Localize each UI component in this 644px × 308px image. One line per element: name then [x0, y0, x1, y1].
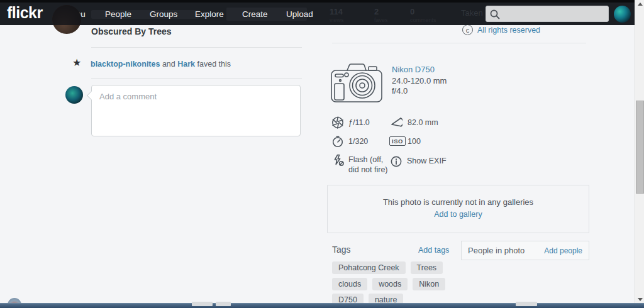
- aperture-icon: [331, 116, 344, 129]
- divider: [91, 47, 302, 48]
- tag-row: clouds woods Nikon: [332, 278, 445, 290]
- tag-row: Pohatcong Creek Trees: [332, 261, 443, 274]
- faver-link-1[interactable]: blacktop-nikonites: [91, 60, 160, 69]
- add-people-link[interactable]: Add people: [544, 246, 582, 255]
- nav-item-explore[interactable]: Explore: [195, 9, 224, 19]
- taskbar-button[interactable]: [192, 302, 213, 306]
- taskbar-button[interactable]: [516, 302, 537, 306]
- galleries-message: This photo is currently not in any galle…: [328, 197, 589, 207]
- shutter-speed-value: 1/320: [348, 137, 368, 146]
- ghost-taken-text: Taken: [461, 8, 483, 18]
- nav-item-groups[interactable]: Groups: [150, 9, 177, 19]
- photo-title: Obscured By Trees: [91, 26, 172, 36]
- divider: [332, 43, 586, 43]
- add-to-gallery-link[interactable]: Add to gallery: [328, 210, 589, 219]
- fave-line: blacktop-nikonites and Hark faved this: [91, 60, 231, 69]
- divider: [91, 78, 302, 79]
- scrollbar-thumb[interactable]: [636, 101, 644, 194]
- scroll-down-icon[interactable]: [638, 298, 643, 301]
- tag-pill[interactable]: Nikon: [413, 278, 445, 290]
- user-avatar[interactable]: [614, 6, 631, 23]
- camera-lens-aperture: f/4.0: [392, 86, 408, 96]
- ghost-views-label: views: [330, 17, 344, 23]
- camera-icon: [330, 60, 384, 104]
- search-input[interactable]: [501, 7, 607, 21]
- taskbar: [0, 303, 644, 308]
- camera-lens: 24.0-120.0 mm: [392, 76, 447, 85]
- shutter-speed-icon: [331, 135, 344, 148]
- fave-star-icon: ★: [72, 57, 81, 69]
- iso-value: 100: [408, 137, 421, 146]
- tag-pill[interactable]: woods: [372, 278, 408, 290]
- aperture-value: ƒ/11.0: [348, 118, 370, 127]
- tag-pill[interactable]: clouds: [332, 278, 367, 290]
- top-nav: flickr 114 views 2 faves 0 comments Take…: [0, 0, 644, 25]
- flash-status: Flash (off,did not fire): [348, 155, 388, 175]
- comment-box[interactable]: [91, 85, 301, 136]
- license-row[interactable]: c All rights reserved: [462, 25, 540, 35]
- focal-length-value: 82.0 mm: [408, 118, 438, 127]
- faver-link-2[interactable]: Hark: [177, 60, 195, 69]
- focal-length-icon: [390, 116, 402, 129]
- show-exif-link[interactable]: Show EXIF: [407, 157, 447, 165]
- ghost-faves-count: 2: [374, 7, 379, 16]
- commenter-avatar: [65, 86, 83, 104]
- copyright-icon: c: [462, 25, 473, 35]
- nav-item-create[interactable]: Create: [242, 9, 268, 19]
- photo-owner-avatar[interactable]: [52, 5, 81, 34]
- nav-item-people[interactable]: People: [105, 9, 131, 19]
- tags-heading: Tags: [332, 245, 351, 255]
- people-heading: People in photo: [468, 246, 525, 255]
- vertical-scrollbar[interactable]: [635, 0, 644, 304]
- flickr-photo-page: flickr 114 views 2 faves 0 comments Take…: [0, 0, 644, 308]
- ghost-faves-label: faves: [374, 17, 388, 23]
- search-box[interactable]: [486, 6, 609, 22]
- ghost-views-count: 114: [330, 7, 343, 16]
- comment-input[interactable]: [92, 85, 300, 136]
- ghost-comments-label: comments: [410, 17, 436, 23]
- scroll-up-icon[interactable]: [638, 3, 643, 6]
- nav-item-upload[interactable]: Upload: [286, 9, 313, 19]
- flickr-logo[interactable]: flickr: [7, 4, 43, 22]
- fave-conjunction: and: [160, 60, 177, 69]
- tag-pill[interactable]: Trees: [411, 261, 443, 274]
- search-icon: [489, 9, 501, 20]
- ghost-comments-count: 0: [410, 7, 414, 16]
- iso-icon: ISO: [389, 136, 406, 146]
- people-in-photo-box: People in photo Add people: [461, 241, 589, 260]
- tag-pill[interactable]: Pohatcong Creek: [332, 261, 406, 274]
- taskbar-button[interactable]: [216, 302, 231, 306]
- flash-icon: [332, 154, 345, 167]
- fave-suffix: faved this: [195, 60, 231, 69]
- info-icon: [390, 155, 402, 168]
- add-tags-link[interactable]: Add tags: [418, 246, 449, 255]
- rights-label[interactable]: All rights reserved: [477, 26, 540, 35]
- galleries-box: This photo is currently not in any galle…: [327, 185, 589, 233]
- camera-model-link[interactable]: Nikon D750: [392, 65, 435, 74]
